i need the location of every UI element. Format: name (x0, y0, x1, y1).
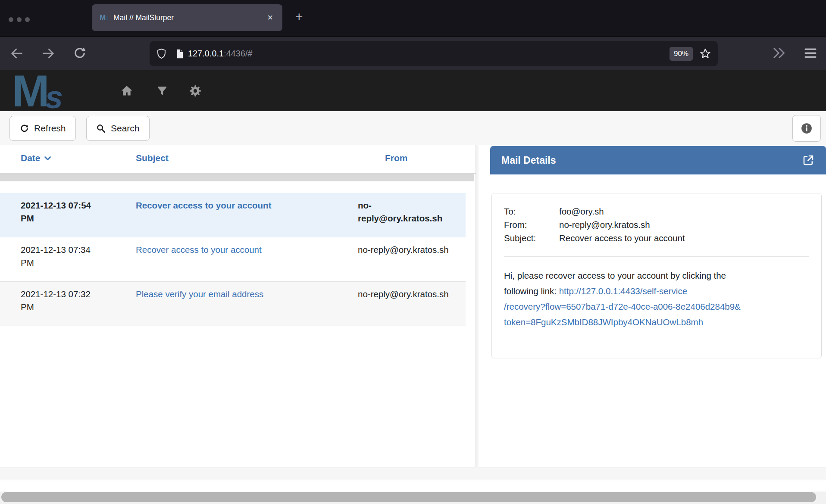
browser-toolbar: 127.0.0.1:4436/# 90% (0, 36, 826, 70)
new-tab-button[interactable]: + (295, 9, 303, 24)
screen: Ms Mail // MailSlurper × + 127.0.0.1:443… (0, 0, 826, 504)
search-icon (96, 124, 106, 134)
logo-m: M (12, 68, 48, 113)
mail-from: no-reply@ory.kratos.sh (358, 199, 454, 224)
page-icon[interactable] (174, 48, 185, 59)
mail-subject: Recover access to your account (136, 199, 347, 212)
gear-icon[interactable] (188, 84, 202, 98)
header-separator-band (0, 174, 474, 181)
search-label: Search (111, 123, 140, 134)
body-text-line1: Hi, please recover access to your accoun… (504, 271, 726, 280)
field-from: From: no-reply@ory.kratos.sh (504, 218, 809, 231)
column-header-date[interactable]: Date (21, 153, 52, 163)
mailslurper-favicon-icon: Ms (100, 13, 108, 22)
mail-date: 2021-12-13 07:32 PM (21, 288, 98, 313)
app-header: M s (0, 70, 826, 111)
from-label: From: (504, 218, 559, 231)
back-icon[interactable] (9, 46, 24, 61)
horizontal-scrollbar[interactable] (0, 492, 826, 504)
url-bar[interactable]: 127.0.0.1:4436/# 90% (150, 41, 718, 66)
browser-tab-bar: Ms Mail // MailSlurper × + (0, 0, 826, 36)
mail-details-card: To: foo@ory.sh From: no-reply@ory.kratos… (491, 193, 822, 358)
window-controls[interactable] (9, 17, 30, 22)
bookmark-star-icon[interactable] (699, 47, 712, 60)
refresh-button[interactable]: Refresh (9, 116, 76, 141)
info-circle-icon (800, 122, 813, 135)
reload-icon[interactable] (72, 46, 87, 61)
overflow-chevrons-icon[interactable] (772, 45, 787, 61)
mail-date: 2021-12-13 07:54 PM (21, 199, 98, 224)
window-dot[interactable] (9, 17, 13, 22)
tab-title: Mail // MailSlurper (113, 13, 266, 22)
mail-body: Hi, please recover access to your accoun… (504, 268, 809, 330)
refresh-label: Refresh (34, 123, 66, 134)
browser-tab[interactable]: Ms Mail // MailSlurper × (92, 4, 282, 31)
external-link-icon[interactable] (802, 154, 815, 167)
mail-subject-link[interactable]: Please verify your email address (136, 289, 263, 299)
panel-divider (476, 145, 476, 480)
mail-date: 2021-12-13 07:34 PM (21, 243, 98, 269)
url-suffix: :4436/# (224, 49, 252, 58)
mail-subject-link[interactable]: Recover access to your account (136, 245, 262, 255)
shield-icon[interactable] (156, 48, 167, 59)
home-icon[interactable] (120, 84, 134, 98)
mail-subject: Please verify your email address (136, 288, 347, 301)
mail-list-header: Date Subject From (0, 145, 476, 174)
mail-details-header: Mail Details (490, 146, 826, 174)
mail-from: no-reply@ory.kratos.sh (358, 243, 454, 256)
mail-details-title: Mail Details (501, 155, 556, 166)
field-subject: Subject: Recover access to your account (504, 231, 809, 245)
url-text: 127.0.0.1:4436/# (188, 49, 253, 59)
menu-hamburger-icon[interactable] (803, 45, 818, 61)
horizontal-scrollbar-thumb[interactable] (1, 492, 816, 502)
mail-row[interactable]: 2021-12-13 07:34 PM Recover access to yo… (0, 237, 466, 282)
from-value: no-reply@ory.kratos.sh (559, 218, 650, 231)
forward-icon[interactable] (41, 46, 56, 61)
tab-close-icon[interactable]: × (266, 12, 275, 23)
card-divider (504, 256, 809, 257)
subject-value: Recover access to your account (559, 231, 685, 245)
field-to: To: foo@ory.sh (504, 205, 809, 218)
mail-details-panel: Mail Details To: foo@ory.sh From: no-rep… (479, 145, 826, 467)
info-button[interactable] (792, 115, 821, 142)
column-header-from[interactable]: From (385, 153, 408, 163)
filter-icon[interactable] (155, 84, 169, 98)
to-value: foo@ory.sh (559, 205, 604, 218)
window-dot[interactable] (25, 17, 30, 22)
mailslurper-logo[interactable]: M s (12, 68, 63, 113)
mail-subject: Recover access to your account (136, 243, 347, 256)
url-host: 127.0.0.1 (188, 49, 224, 58)
mail-from: no-reply@ory.kratos.sh (358, 288, 454, 301)
to-label: To: (504, 205, 559, 218)
mail-rows: 2021-12-13 07:54 PM Recover access to yo… (0, 193, 466, 326)
window-dot[interactable] (17, 17, 22, 22)
refresh-icon (19, 124, 29, 134)
subject-label: Subject: (504, 231, 559, 245)
bottom-strip (0, 480, 826, 492)
mail-row[interactable]: 2021-12-13 07:32 PM Please verify your e… (0, 282, 466, 326)
body-text-line2-prefix: following link: (504, 286, 559, 296)
logo-s: s (45, 81, 63, 113)
action-bar: Refresh Search (0, 111, 826, 145)
search-button[interactable]: Search (86, 116, 150, 141)
mail-list-panel: Date Subject From 2021-12-13 07:54 PM Re… (0, 145, 476, 467)
mail-row-selected[interactable]: 2021-12-13 07:54 PM Recover access to yo… (0, 193, 466, 237)
column-header-subject[interactable]: Subject (136, 153, 169, 163)
zoom-level-badge[interactable]: 90% (670, 47, 693, 61)
bottom-area (0, 467, 826, 504)
mail-subject-link[interactable]: Recover access to your account (136, 200, 271, 210)
content-area: Date Subject From 2021-12-13 07:54 PM Re… (0, 145, 826, 467)
sort-desc-chevron-icon (44, 154, 52, 162)
